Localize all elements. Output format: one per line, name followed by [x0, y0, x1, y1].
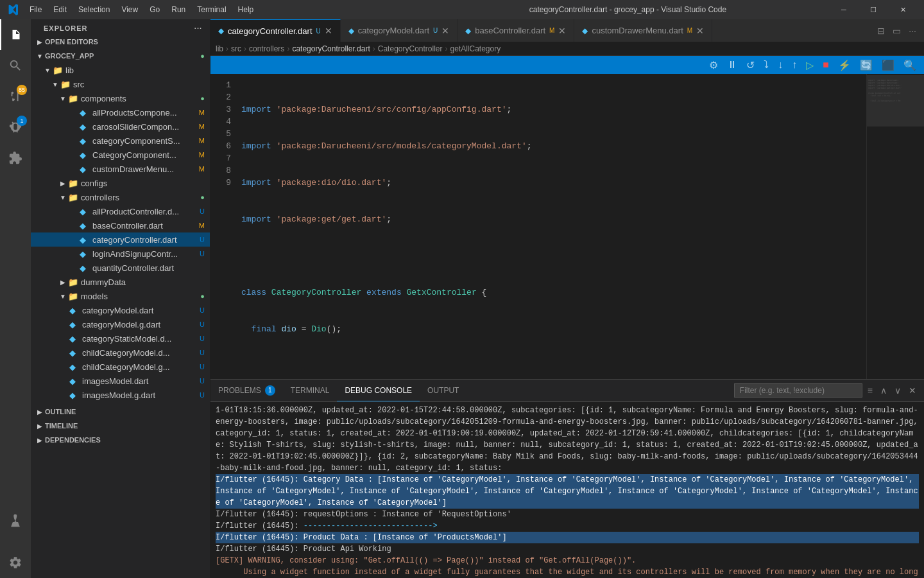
file-quantityController[interactable]: ◆ quantityController.dart: [31, 261, 210, 275]
menu-go[interactable]: Go: [144, 4, 165, 15]
debug-pause-icon[interactable]: ⏸: [724, 58, 740, 72]
tree-configs[interactable]: ▶ 📁 configs: [31, 176, 210, 190]
devtools-icon[interactable]: ⚡: [835, 58, 853, 73]
menu-terminal[interactable]: Terminal: [192, 4, 231, 15]
tree-lib[interactable]: ▼ 📁 lib: [31, 63, 210, 77]
search-editor-icon[interactable]: 🔍: [901, 58, 919, 73]
panel-scroll-down-icon[interactable]: ∨: [892, 384, 903, 397]
code-line-3: import 'package:dio/dio.dart';: [241, 177, 866, 189]
code-content[interactable]: import 'package:Darucheeni/src/config/ap…: [236, 74, 866, 379]
menu-file[interactable]: File: [24, 4, 47, 15]
activity-debug[interactable]: 1: [0, 112, 31, 143]
file-childCategoryModel-g[interactable]: ◆ childCategoryModel.g... U: [31, 360, 210, 374]
tree-outline[interactable]: ▶ OUTLINE: [31, 405, 210, 419]
sidebar-more-button[interactable]: ···: [194, 24, 202, 32]
debug-step-into-icon[interactable]: ↓: [775, 58, 785, 72]
panel-list-view-icon[interactable]: ≡: [865, 384, 875, 397]
close-button[interactable]: ✕: [888, 0, 918, 19]
breadcrumb-src[interactable]: src: [231, 44, 241, 53]
tree-timeline[interactable]: ▶ TIMELINE: [31, 419, 210, 433]
panel-tab-terminal-label: TERMINAL: [291, 386, 330, 395]
panel-content[interactable]: 1-01T18:15:36.000000Z, updated_at: 2022-…: [210, 402, 924, 578]
file-CategoryComponent[interactable]: ◆ CategoryComponent... M: [31, 148, 210, 162]
tab-categoryModel[interactable]: ◆ categoryModel.dart U ✕: [341, 19, 458, 42]
panel-tab-problems[interactable]: PROBLEMS 1: [210, 380, 283, 401]
more-actions-button[interactable]: ···: [906, 24, 919, 37]
tab-baseController[interactable]: ◆ baseController.dart M ✕: [458, 19, 574, 42]
file-allProducts[interactable]: ◆ allProductsCompone... M: [31, 105, 210, 119]
panel-tab-output-label: OUTPUT: [427, 386, 459, 395]
panel-tab-output[interactable]: OUTPUT: [420, 380, 466, 401]
debug-step-out-icon[interactable]: ↑: [789, 58, 800, 72]
activity-settings[interactable]: [0, 547, 31, 578]
activity-search[interactable]: [0, 50, 31, 81]
activity-testing[interactable]: [0, 506, 31, 537]
breadcrumb-class[interactable]: CategoryController: [378, 44, 443, 53]
file-allProductController[interactable]: ◆ allProductController.d... U: [31, 204, 210, 218]
tree-dummyData[interactable]: ▶ 📁 dummyData: [31, 275, 210, 289]
debug-stop-icon[interactable]: ■: [820, 58, 832, 72]
panel-close-icon[interactable]: ✕: [906, 384, 919, 397]
menu-help[interactable]: Help: [233, 4, 259, 15]
tab-categoryModel-close[interactable]: ✕: [441, 26, 449, 36]
debug-step-over-icon[interactable]: ⤵: [761, 58, 771, 72]
file-categoryModel-g[interactable]: ◆ categoryModel.g.dart U: [31, 317, 210, 331]
file-categoryStaticModel[interactable]: ◆ categoryStaticModel.d... U: [31, 331, 210, 346]
open-editors-section[interactable]: ▶ OPEN EDITORS: [31, 35, 210, 49]
tree-controllers[interactable]: ▼ 📁 controllers ●: [31, 190, 210, 204]
file-imagesModel-g[interactable]: ◆ imagesModel.g.dart U: [31, 388, 210, 402]
tree-components[interactable]: ▼ 📁 components ●: [31, 91, 210, 105]
file-carosol-badge: M: [199, 123, 205, 130]
tab-categoryController[interactable]: ◆ categoryController.dart U ✕: [210, 19, 341, 42]
breadcrumb-sep5: ›: [445, 44, 448, 53]
file-categoryModel[interactable]: ◆ categoryModel.dart U: [31, 303, 210, 317]
debug-continue-icon[interactable]: ▷: [803, 58, 816, 73]
file-childCategoryModel-icon: ◆: [69, 348, 80, 358]
project-root[interactable]: ▼ GROCEY_APP ●: [31, 49, 210, 63]
menu-run[interactable]: Run: [166, 4, 191, 15]
activity-explorer[interactable]: [0, 19, 31, 50]
activity-scm[interactable]: 85: [0, 81, 31, 112]
file-carosol[interactable]: ◆ carosolSliderCompon... M: [31, 119, 210, 134]
filter-input[interactable]: [734, 383, 862, 398]
debug-settings-icon[interactable]: ⚙: [706, 58, 721, 73]
split-editor-button[interactable]: ⊟: [875, 24, 887, 37]
panel-tab-terminal[interactable]: TERMINAL: [283, 380, 338, 401]
minimize-button[interactable]: ─: [829, 0, 859, 19]
tab-customDrawerMenu[interactable]: ◆ customDrawerMenu.dart M ✕: [574, 19, 712, 42]
breadcrumb-lib[interactable]: lib: [216, 44, 223, 53]
file-imagesModel[interactable]: ◆ imagesModel.dart U: [31, 374, 210, 388]
title-bar: File Edit Selection View Go Run Terminal…: [0, 0, 924, 19]
breadcrumb-controllers[interactable]: controllers: [249, 44, 284, 53]
menu-edit[interactable]: Edit: [48, 4, 72, 15]
maximize-button[interactable]: ☐: [859, 0, 888, 19]
code-editor[interactable]: 1 2 3 4 5 6 7 8 9 import 'package:Daruch…: [210, 74, 866, 379]
panel-tab-debug-console[interactable]: DEBUG CONSOLE: [337, 380, 420, 401]
tree-src[interactable]: ▼ 📁 src: [31, 77, 210, 91]
breadcrumb-method[interactable]: getAllCategory: [450, 44, 501, 53]
tab-customDrawerMenu-close[interactable]: ✕: [696, 26, 704, 36]
components-arrow: ▼: [58, 95, 68, 102]
main-layout: 85 1 EXPLORER ··· ▶ OPEN EDITORS ▼ GRO: [0, 19, 924, 578]
menu-view[interactable]: View: [116, 4, 143, 15]
breadcrumb-file[interactable]: categoryController.dart: [292, 44, 370, 53]
menu-selection[interactable]: Selection: [73, 4, 115, 15]
tree-models[interactable]: ▼ 📁 models ●: [31, 289, 210, 303]
activity-extensions[interactable]: [0, 143, 31, 173]
tab-baseController-close[interactable]: ✕: [558, 26, 566, 36]
file-childCategoryModel[interactable]: ◆ childCategoryModel.d... U: [31, 346, 210, 360]
tree-dependencies[interactable]: ▶ DEPENDENCIES: [31, 433, 210, 447]
file-loginAndSignupContr[interactable]: ◆ loginAndSignupContr... U: [31, 247, 210, 261]
hot-reload-icon[interactable]: 🔄: [857, 58, 875, 73]
file-categoryComponentS[interactable]: ◆ categoryComponentS... M: [31, 134, 210, 148]
panel-scroll-up-icon[interactable]: ∧: [878, 384, 889, 397]
file-customDrawerMenu-comp[interactable]: ◆ customDrawerMenu... M: [31, 162, 210, 176]
debug-restart-icon[interactable]: ↺: [744, 58, 757, 73]
line-num-8: 8: [216, 164, 231, 177]
tab-categoryController-close[interactable]: ✕: [325, 26, 332, 36]
toggle-panel-button[interactable]: ▭: [890, 24, 903, 37]
file-loginAndSignupContr-badge: U: [200, 250, 205, 258]
hot-restart-icon[interactable]: ⬛: [879, 58, 897, 73]
file-baseController[interactable]: ◆ baseController.dart M: [31, 218, 210, 232]
file-categoryController[interactable]: ◆ categoryController.dart U: [31, 232, 210, 247]
